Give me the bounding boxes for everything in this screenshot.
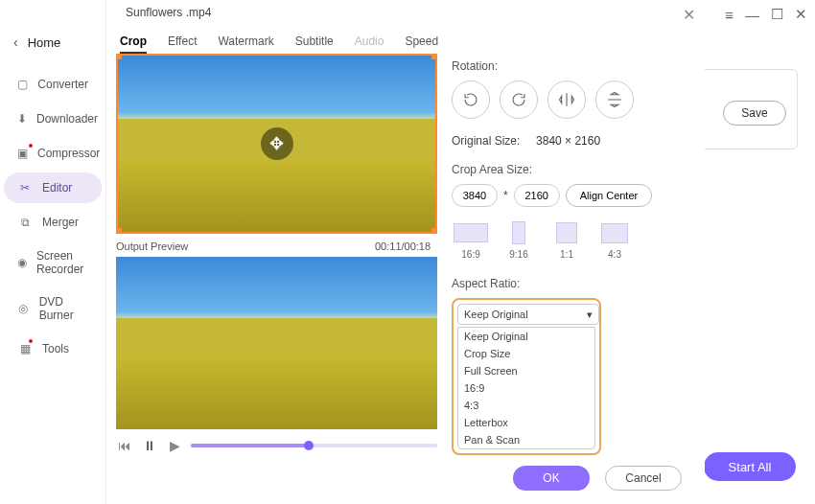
aspect-option[interactable]: Pan & Scan — [458, 431, 594, 448]
minimize-icon[interactable]: — — [745, 7, 759, 23]
progress-fill — [191, 444, 309, 447]
start-all-button[interactable]: Start All — [704, 452, 796, 481]
rotate-ccw-button[interactable] — [452, 80, 490, 119]
aspect-ratio-label: Aspect Ratio: — [452, 277, 696, 290]
sidebar-item-label: Editor — [42, 181, 72, 195]
sidebar-item-dvd-burner[interactable]: ◎ DVD Burner — [4, 287, 102, 330]
aspect-option[interactable]: Full Screen — [458, 362, 594, 379]
sidebar-item-tools[interactable]: ▦ Tools — [4, 333, 102, 364]
modal-title: Sunflowers .mp4 — [126, 6, 211, 19]
ratio-1-1[interactable]: 1:1 — [547, 220, 586, 260]
menu-icon[interactable]: ≡ — [725, 7, 734, 23]
crop-handle-bl[interactable] — [116, 228, 122, 234]
flip-horizontal-button[interactable] — [547, 80, 586, 119]
tab-speed[interactable]: Speed — [405, 34, 438, 54]
crop-controls: Rotation: Original Size: 3840 × 2160 Cro… — [452, 59, 696, 455]
times-symbol: * — [503, 189, 508, 202]
crop-area-label: Crop Area Size: — [452, 163, 696, 176]
crop-height-input[interactable] — [514, 184, 560, 207]
ratio-presets: 16:9 9:16 1:1 4:3 — [452, 220, 696, 260]
sidebar-item-label: Compressor — [37, 147, 100, 160]
chevron-down-icon: ▾ — [587, 309, 593, 321]
cancel-button[interactable]: Cancel — [605, 466, 682, 491]
crop-width-input[interactable] — [452, 184, 498, 207]
output-preview-label: Output Preview — [116, 241, 188, 252]
align-center-button[interactable]: Align Center — [566, 184, 653, 207]
dvd-burner-icon: ◎ — [17, 301, 30, 316]
merger-icon: ⧉ — [17, 215, 33, 230]
sidebar-item-screen-recorder[interactable]: ◉ Screen Recorder — [4, 241, 102, 284]
tab-crop[interactable]: Crop — [120, 34, 147, 54]
ratio-9-16[interactable]: 9:16 — [500, 220, 538, 260]
home-label: Home — [28, 35, 61, 50]
aspect-option[interactable]: 16:9 — [458, 379, 594, 397]
original-size-value: 3840 × 2160 — [536, 134, 600, 148]
preview-image — [116, 257, 437, 356]
sidebar-item-label: Merger — [42, 216, 79, 229]
crop-preview[interactable]: ✥ — [116, 54, 437, 234]
sidebar-item-label: Screen Recorder — [36, 249, 88, 276]
sidebar-item-label: Downloader — [36, 112, 98, 126]
rotation-label: Rotation: — [452, 59, 696, 73]
main-window-controls: ≡ — ☐ ✕ — [725, 6, 807, 23]
preview-image — [118, 158, 435, 232]
preview-image — [116, 356, 437, 429]
next-frame-icon[interactable]: ▶ — [166, 437, 183, 454]
sidebar-item-merger[interactable]: ⧉ Merger — [4, 207, 102, 238]
original-size-row: Original Size: 3840 × 2160 — [452, 134, 696, 148]
crop-handle-tl[interactable] — [116, 54, 122, 59]
ratio-16-9[interactable]: 16:9 — [452, 220, 490, 260]
notification-dot — [29, 144, 33, 148]
progress-bar[interactable] — [191, 444, 437, 447]
tab-audio: Audio — [355, 34, 384, 54]
close-icon[interactable]: ✕ — [683, 6, 695, 24]
crop-handle-tr[interactable] — [431, 54, 437, 59]
modal-footer: OK Cancel — [513, 466, 682, 491]
sidebar-item-compressor[interactable]: ▣ Compressor — [4, 138, 102, 169]
sidebar-item-editor[interactable]: ✂ Editor — [4, 172, 102, 203]
prev-frame-icon[interactable]: ⏮ — [116, 437, 133, 454]
sidebar: ‹ Home ▢ Converter ⬇ Downloader ▣ Compre… — [0, 0, 105, 504]
downloader-icon: ⬇ — [17, 111, 27, 126]
progress-thumb[interactable] — [304, 441, 314, 450]
sidebar-item-label: Tools — [42, 342, 69, 355]
sidebar-item-label: Converter — [37, 78, 88, 91]
tools-icon: ▦ — [17, 341, 33, 356]
sidebar-item-downloader[interactable]: ⬇ Downloader — [4, 103, 102, 134]
compressor-icon: ▣ — [17, 146, 28, 161]
aspect-ratio-options: Keep Original Crop Size Full Screen 16:9… — [457, 327, 595, 449]
output-preview — [116, 257, 437, 429]
tab-watermark[interactable]: Watermark — [218, 34, 273, 54]
flip-vertical-button[interactable] — [595, 80, 634, 119]
aspect-option[interactable]: Keep Original — [458, 328, 594, 345]
player-controls: ⏮ ⏸ ▶ — [116, 437, 437, 454]
aspect-option[interactable]: Crop Size — [458, 345, 594, 362]
ratio-4-3[interactable]: 4:3 — [595, 220, 634, 260]
editor-icon: ✂ — [17, 180, 33, 195]
move-icon[interactable]: ✥ — [261, 127, 293, 160]
tab-subtitle[interactable]: Subtitle — [295, 34, 334, 54]
home-nav[interactable]: ‹ Home — [0, 29, 105, 65]
editor-tabs: Crop Effect Watermark Subtitle Audio Spe… — [120, 34, 438, 54]
original-size-label: Original Size: — [452, 134, 520, 148]
crop-handle-br[interactable] — [431, 228, 437, 234]
ok-button[interactable]: OK — [513, 466, 590, 491]
maximize-icon[interactable]: ☐ — [771, 6, 783, 23]
aspect-ratio-dropdown[interactable]: Keep Original ▾ Keep Original Crop Size … — [452, 298, 601, 455]
pause-icon[interactable]: ⏸ — [141, 437, 158, 454]
chevron-left-icon: ‹ — [13, 34, 18, 50]
aspect-option[interactable]: 4:3 — [458, 397, 594, 414]
tab-effect[interactable]: Effect — [168, 34, 197, 54]
aspect-ratio-select[interactable]: Keep Original ▾ — [457, 304, 599, 325]
sidebar-item-converter[interactable]: ▢ Converter — [4, 69, 102, 100]
close-main-icon[interactable]: ✕ — [795, 6, 807, 23]
screen-recorder-icon: ◉ — [17, 255, 27, 270]
notification-dot — [29, 339, 33, 343]
editor-modal: Sunflowers .mp4 ✕ Crop Effect Watermark … — [105, 0, 705, 504]
converter-icon: ▢ — [17, 77, 28, 92]
aspect-selected-value: Keep Original — [464, 309, 528, 320]
aspect-option[interactable]: Letterbox — [458, 414, 594, 431]
sidebar-item-label: DVD Burner — [39, 295, 88, 322]
rotate-cw-button[interactable] — [500, 80, 538, 119]
save-button[interactable]: Save — [723, 101, 786, 126]
